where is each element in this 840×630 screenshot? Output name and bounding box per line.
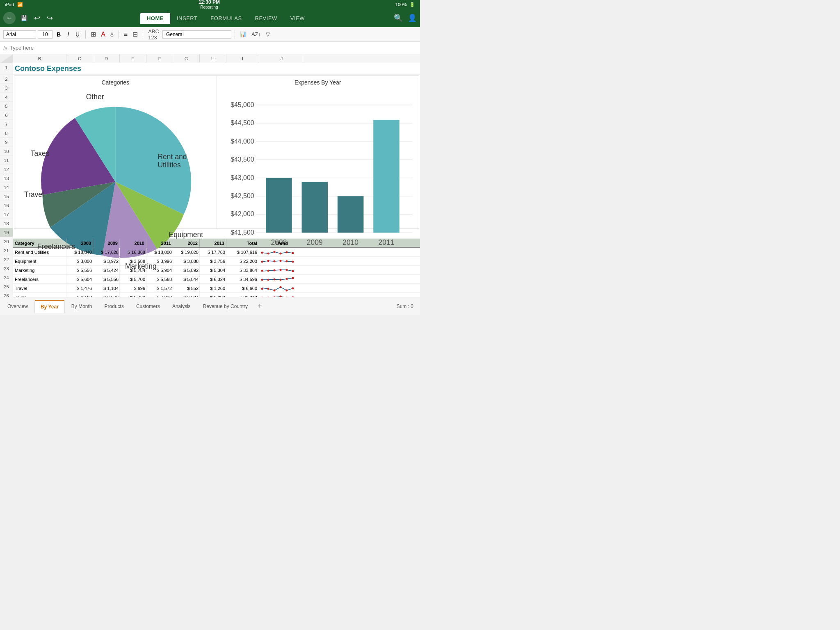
y-label-44500: $44,500 [231, 119, 254, 126]
sheet-tab-add[interactable]: + [254, 300, 265, 312]
sheet-tab-byyear[interactable]: By Year [34, 300, 65, 313]
cell-2009: $ 17,628 [93, 248, 120, 256]
row-12: 12 [0, 165, 13, 174]
pie-chart-title: Categories [18, 79, 213, 86]
cell-2009: $ 1,104 [93, 284, 120, 292]
sheet-tab-bymonth[interactable]: By Month [66, 300, 98, 313]
bar-chart-title: Expenses By Year [220, 79, 416, 86]
row-7: 7 [0, 120, 13, 129]
cell-2009: $ 3,972 [93, 257, 120, 265]
tab-home[interactable]: HOME [140, 13, 170, 24]
pie-chart-section: Categories [14, 76, 217, 228]
tab-formulas[interactable]: FORMULAS [204, 13, 248, 24]
cell-total: $ 6,660 [226, 284, 259, 292]
row-8: 8 [0, 129, 13, 138]
formula-icon[interactable]: ABC123 [146, 27, 161, 41]
bar-2011 [373, 120, 399, 233]
sheet-tab-overview[interactable]: Overview [2, 300, 34, 313]
cell-2011: $ 3,996 [146, 257, 173, 265]
svg-point-13 [261, 270, 263, 272]
th-2008: 2008 [66, 239, 93, 247]
status-center: 12:30 PM Reporting [199, 0, 220, 10]
sort-icon[interactable]: AZ↓ [250, 30, 262, 38]
cell-2008: $ 1,476 [66, 284, 93, 292]
y-label-42000: $42,000 [231, 210, 254, 217]
svg-marker-0 [0, 54, 13, 63]
col-header-j: J [259, 54, 304, 63]
svg-point-25 [261, 288, 263, 290]
formula-input[interactable] [10, 45, 417, 51]
svg-point-23 [286, 278, 288, 280]
cell-trend [259, 293, 304, 297]
svg-point-34 [280, 296, 282, 297]
cell-2010: $ 3,588 [120, 257, 146, 265]
cell-2008: $ 18,840 [66, 248, 93, 256]
col-header-f: F [146, 54, 173, 63]
cell-2012: $ 552 [173, 284, 200, 292]
tab-view[interactable]: VIEW [284, 13, 311, 24]
row-5: 5 [0, 102, 13, 111]
row-22: 22 [0, 255, 13, 264]
status-right: 100% 🔋 [395, 2, 415, 7]
border-icon[interactable]: ⊞ [89, 30, 98, 39]
cell-category: Rent and Utilities [13, 248, 66, 256]
filter-icon[interactable]: ▽ [264, 30, 272, 38]
conditional-format-icon[interactable]: 📊 [238, 30, 248, 38]
italic-button[interactable]: I [65, 30, 71, 39]
font-size-input[interactable] [38, 30, 52, 39]
status-left: iPad 📶 [5, 2, 23, 7]
cell-total: $ 33,864 [226, 266, 259, 274]
row-17: 17 [0, 210, 13, 219]
underline-button[interactable]: U [73, 30, 82, 39]
save-button[interactable]: 💾 [19, 13, 29, 23]
col-header-row: B C D E F G H I J [0, 54, 420, 63]
svg-point-17 [286, 269, 288, 271]
search-icon[interactable]: 🔍 [394, 14, 403, 23]
y-label-45000: $45,000 [231, 101, 254, 108]
row-24: 24 [0, 273, 13, 282]
subtitle-display: Reporting [200, 5, 218, 10]
sheet-tab-customers[interactable]: Customers [130, 300, 166, 313]
x-label-2009: 2009 [306, 238, 322, 247]
cell-trend [259, 266, 304, 274]
bar-2009 [301, 182, 328, 233]
label-rent2: Utilities [158, 161, 181, 169]
user-icon[interactable]: 👤 [408, 14, 417, 23]
svg-point-11 [286, 260, 288, 262]
th-total: Total [226, 239, 259, 247]
font-name-input[interactable] [3, 30, 36, 39]
cell-2011: $ 18,000 [146, 248, 173, 256]
sheet-tab-revbycountry[interactable]: Revenue by Country [197, 300, 253, 313]
tab-insert[interactable]: INSERT [170, 13, 204, 24]
toolbar-right: 🔍 👤 [394, 14, 417, 23]
toolbar: ← 💾 ↩ ↪ HOME INSERT FORMULAS REVIEW VIEW… [0, 9, 420, 27]
fill-color-icon[interactable]: A [99, 30, 107, 39]
redo-button[interactable]: ↪ [45, 12, 55, 24]
cell-2013: $ 1,260 [200, 284, 226, 292]
battery-label: 100% [395, 2, 407, 7]
undo-button[interactable]: ↩ [32, 12, 42, 24]
cell-2012: $ 5,892 [173, 266, 200, 274]
number-format-input[interactable] [162, 30, 231, 39]
sheet-tab-analysis[interactable]: Analysis [167, 300, 196, 313]
divider-4 [235, 30, 235, 39]
cell-category: Equipment [13, 257, 66, 265]
cell-2008: $ 6,168 [66, 293, 93, 297]
svg-point-7 [261, 261, 263, 263]
th-2013: 2013 [200, 239, 226, 247]
sheet-tab-products[interactable]: Products [99, 300, 130, 313]
row-4: 4 [0, 93, 13, 102]
tab-review[interactable]: REVIEW [249, 13, 284, 24]
font-color-icon[interactable]: A̲ [109, 31, 115, 38]
col-header-d: D [93, 54, 120, 63]
row-14: 14 [0, 183, 13, 192]
merge-icon[interactable]: ⊟ [131, 30, 139, 39]
svg-point-35 [286, 297, 288, 297]
align-icon[interactable]: ≡ [122, 30, 129, 39]
cell-2010: $ 696 [120, 284, 146, 292]
toolbar-nav: ← 💾 ↩ ↪ [3, 12, 55, 24]
bold-button[interactable]: B [54, 30, 63, 39]
svg-point-22 [280, 279, 282, 281]
cell-2012: $ 5,844 [173, 275, 200, 283]
back-button[interactable]: ← [3, 12, 16, 24]
